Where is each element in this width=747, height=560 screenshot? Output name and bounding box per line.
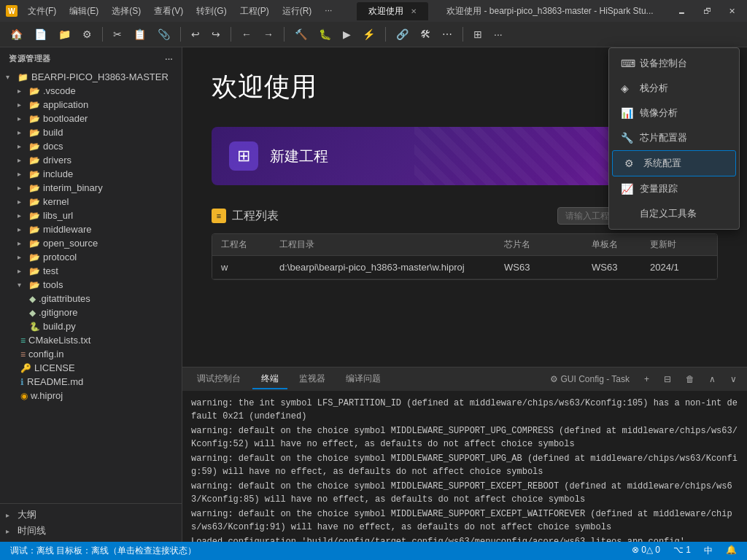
status-git[interactable]: ⌥ 1	[670, 545, 694, 557]
separator-2	[180, 27, 181, 42]
status-right: ⊗ 0△ 0 ⌥ 1 中 🔔	[629, 545, 740, 557]
tools-btn[interactable]: 🛠	[416, 26, 435, 42]
menu-select[interactable]: 选择(S)	[106, 4, 147, 19]
tree-item-cmakelists[interactable]: ≡ CMakeLists.txt	[0, 333, 182, 347]
cut-btn[interactable]: ✂	[109, 26, 126, 42]
panel-controls: ⚙ GUI Config - Task + ⊟ 🗑 ∧ ∨	[546, 373, 741, 386]
maximize-button[interactable]: 🗗	[697, 5, 717, 18]
status-bar: 调试：离线 目标板：离线（单击检查连接状态） ⊗ 0△ 0 ⌥ 1 中 🔔	[0, 542, 747, 560]
menu-more[interactable]: ···	[319, 4, 338, 19]
sidebar-title: 资源管理器	[9, 53, 51, 64]
flash-btn[interactable]: ⚡	[358, 26, 379, 42]
back-btn[interactable]: ←	[237, 26, 256, 42]
tree-item-protocol[interactable]: ▸ 📂 protocol	[0, 250, 182, 264]
menu-edit[interactable]: 编辑(E)	[63, 4, 104, 19]
custom-toolbar-label: 自定义工具条	[640, 207, 697, 220]
tree-root-label: BEARPI-PICO_H3863-MASTER	[31, 71, 169, 82]
task-label: ⚙ GUI Config - Task	[546, 373, 634, 386]
tree-item-license[interactable]: 🔑 LICENSE	[0, 361, 182, 375]
connect-btn[interactable]: 🔗	[392, 26, 413, 42]
undo-btn[interactable]: ↩	[187, 26, 204, 42]
build-btn[interactable]: 🔨	[290, 26, 311, 42]
separator-6	[462, 27, 463, 42]
home-btn[interactable]: 🏠	[6, 26, 27, 42]
menu-item-custom-toolbar[interactable]: 自定义工具条	[609, 201, 739, 226]
new-file-btn[interactable]: 📄	[30, 26, 51, 42]
tree-item-tools[interactable]: ▾ 📂 tools	[0, 278, 182, 292]
status-notifications[interactable]: 🔔	[723, 545, 740, 557]
tab-problems[interactable]: 编译问题	[337, 370, 390, 389]
action-bar: 🏠 📄 📁 ⚙ ✂ 📋 📎 ↩ ↪ ← → 🔨 🐛 ▶ ⚡ 🔗 🛠 ⋯ ⊞ ··…	[0, 22, 747, 47]
menu-project[interactable]: 工程(P)	[234, 4, 275, 19]
close-welcome-tab[interactable]: ✕	[411, 7, 417, 15]
tree-item-docs[interactable]: ▸ 📂 docs	[0, 139, 182, 153]
panel-chevron-down[interactable]: ∨	[726, 373, 741, 386]
tree-item-bootloader[interactable]: ▸ 📂 bootloader	[0, 112, 182, 125]
open-folder-btn[interactable]: 📁	[54, 26, 75, 42]
window-controls: 🗕 🗗 ✕	[672, 5, 741, 18]
split-terminal-btn[interactable]: ⊟	[659, 373, 676, 386]
menu-item-chip-config[interactable]: 🔧 芯片配置器	[609, 125, 739, 150]
debug-btn[interactable]: 🐛	[314, 26, 336, 42]
tree-item-drivers[interactable]: ▸ 📂 drivers	[0, 153, 182, 167]
tab-monitor[interactable]: 监视器	[290, 370, 334, 389]
tree-item-application[interactable]: ▸ 📂 application	[0, 98, 182, 112]
copy-btn[interactable]: 📋	[129, 26, 150, 42]
tree-item-open-source[interactable]: ▸ 📂 open_source	[0, 236, 182, 250]
tree-item-include[interactable]: ▸ 📂 include	[0, 167, 182, 181]
tree-item-test[interactable]: ▸ 📂 test	[0, 264, 182, 278]
table-row[interactable]: w d:\bearpi\bearpi-pico_h3863-master\w.h…	[212, 256, 717, 279]
menu-item-mirror-analysis[interactable]: 📊 镜像分析	[609, 101, 739, 125]
menu-file[interactable]: 文件(F)	[22, 4, 62, 19]
add-terminal-btn[interactable]: +	[640, 373, 654, 386]
tab-welcome[interactable]: 欢迎使用 ✕	[357, 2, 427, 20]
sidebar-timeline[interactable]: ▸ 时间线	[0, 523, 182, 539]
redo-btn[interactable]: ↪	[207, 26, 225, 42]
menu-item-device-console[interactable]: ⌨ 设备控制台	[609, 51, 739, 76]
sidebar-outline[interactable]: ▸ 大纲	[0, 507, 182, 523]
tree-item-libs-url[interactable]: ▸ 📂 libs_url	[0, 209, 182, 222]
menu-item-system-config[interactable]: ⚙ 系统配置	[612, 150, 736, 176]
close-button[interactable]: ✕	[723, 5, 741, 18]
sidebar-more-btn[interactable]: ···	[165, 55, 173, 63]
tree-root[interactable]: ▾ 📁 BEARPI-PICO_H3863-MASTER	[0, 70, 182, 84]
tree-item-build[interactable]: ▸ 📂 build	[0, 125, 182, 139]
tree-item-gitignore[interactable]: ◆ .gitignore	[0, 306, 182, 319]
section-title: ≡ 工程列表	[212, 209, 279, 224]
menu-run[interactable]: 运行(R)	[276, 4, 318, 19]
minimize-button[interactable]: 🗕	[672, 5, 692, 18]
terminal-line-2: warning: default on the choice symbol MI…	[191, 424, 738, 451]
menu-item-stack-analysis[interactable]: ◈ 栈分析	[609, 76, 739, 101]
tree-item-readme[interactable]: ℹ README.md	[0, 375, 182, 389]
status-lang[interactable]: 中	[701, 545, 716, 557]
menu-item-var-trace[interactable]: 📈 变量跟踪	[609, 176, 739, 201]
tree-item-vscode[interactable]: ▸ 📂 .vscode	[0, 84, 182, 98]
extra-more-btn[interactable]: ···	[489, 26, 507, 42]
status-connection[interactable]: 调试：离线 目标板：离线（单击检查连接状态）	[7, 545, 199, 557]
settings-btn[interactable]: ⚙	[78, 26, 96, 42]
tree-item-build-py[interactable]: 🐍 build.py	[0, 319, 182, 333]
stack-analysis-label: 栈分析	[640, 82, 668, 95]
separator-3	[231, 27, 231, 42]
run-btn[interactable]: ▶	[338, 26, 355, 42]
mirror-analysis-icon: 📊	[621, 107, 632, 119]
tree-item-middleware[interactable]: ▸ 📂 middleware	[0, 222, 182, 236]
tab-debug-console[interactable]: 调试控制台	[188, 370, 249, 389]
forward-btn[interactable]: →	[259, 26, 278, 42]
menu-goto[interactable]: 转到(G)	[190, 4, 232, 19]
status-errors[interactable]: ⊗ 0△ 0	[629, 545, 663, 557]
separator-4	[284, 27, 285, 42]
menu-view[interactable]: 查看(V)	[148, 4, 189, 19]
tree-item-interim-binary[interactable]: ▸ 📂 interim_binary	[0, 181, 182, 195]
tree-item-kernel[interactable]: ▸ 📂 kernel	[0, 195, 182, 209]
tree-item-gitattributes[interactable]: ◆ .gitattributes	[0, 292, 182, 306]
tree-item-whiproj[interactable]: ◉ w.hiproj	[0, 389, 182, 402]
tab-terminal[interactable]: 终端	[252, 370, 287, 389]
layout-btn[interactable]: ⊞	[469, 26, 487, 42]
new-project-icon: ⊞	[229, 141, 258, 171]
paste-btn[interactable]: 📎	[153, 26, 174, 42]
more-actions-btn[interactable]: ⋯	[438, 26, 457, 42]
kill-terminal-btn[interactable]: 🗑	[681, 373, 699, 386]
tree-item-config-in[interactable]: ≡ config.in	[0, 347, 182, 361]
panel-chevron-up[interactable]: ∧	[705, 373, 720, 386]
